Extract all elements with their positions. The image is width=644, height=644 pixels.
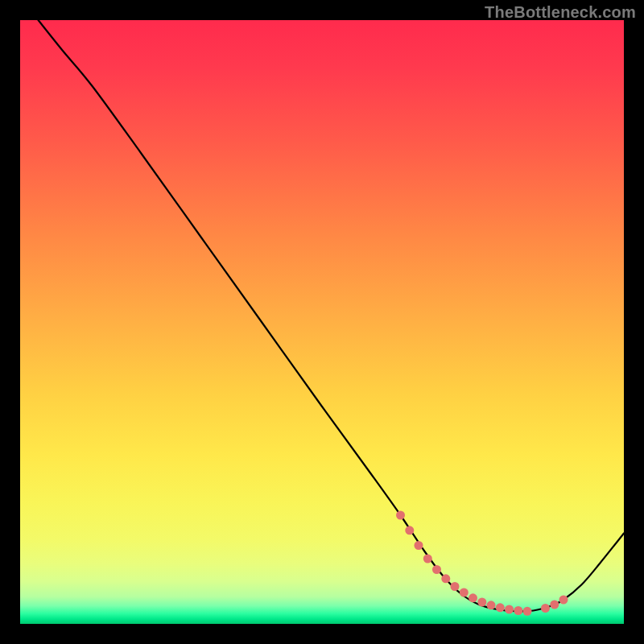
valley-dot	[477, 598, 486, 607]
valley-marks-group	[396, 511, 568, 616]
valley-dot	[496, 603, 505, 612]
valley-dot	[541, 604, 550, 613]
valley-dot	[487, 601, 496, 609]
valley-dot	[523, 607, 532, 616]
valley-dot	[432, 565, 441, 574]
valley-dot	[451, 582, 460, 591]
chart-svg	[20, 20, 624, 624]
valley-dot	[469, 593, 477, 602]
curve-path	[39, 20, 625, 611]
valley-dot	[415, 541, 423, 550]
valley-dot	[405, 526, 414, 535]
valley-dot	[514, 606, 522, 615]
watermark-text: TheBottleneck.com	[485, 3, 636, 22]
plot-area	[20, 20, 624, 624]
valley-dot	[550, 601, 559, 609]
valley-dot	[423, 555, 432, 564]
valley-dot	[396, 511, 405, 520]
valley-dot	[559, 596, 568, 605]
valley-dot	[505, 605, 514, 614]
valley-dot	[460, 588, 469, 597]
valley-dot	[441, 574, 450, 583]
chart-stage: TheBottleneck.com	[0, 0, 644, 644]
